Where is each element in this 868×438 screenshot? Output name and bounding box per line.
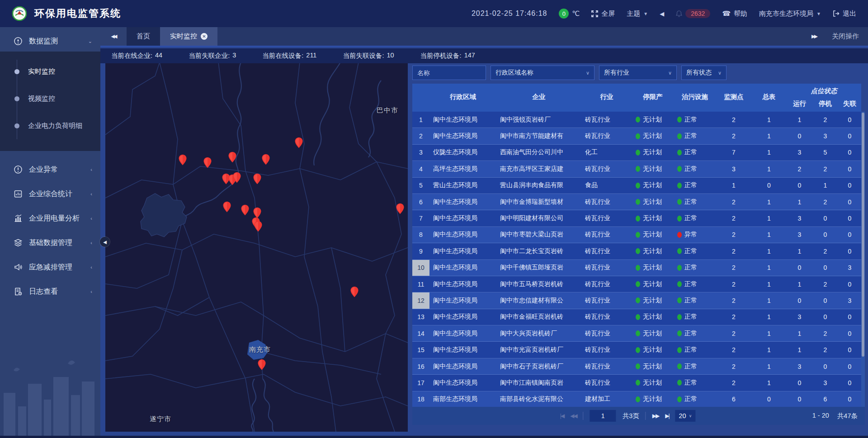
sidebar-item-power-analysis[interactable]: 企业用电量分析 ‹ bbox=[0, 206, 100, 231]
cell-stopped: 0 bbox=[812, 210, 838, 226]
cell-region: 阆中生态环境局 bbox=[429, 276, 496, 292]
notification-widget[interactable]: 2632 bbox=[676, 9, 710, 18]
org-dropdown[interactable]: 南充市生态环境局 ▼ bbox=[759, 9, 821, 18]
logout-button[interactable]: 退出 bbox=[833, 9, 856, 18]
facility-text: 正常 bbox=[684, 116, 697, 124]
facility-status-dot bbox=[677, 281, 682, 287]
city-label: 遂宁市 bbox=[150, 415, 171, 424]
help-button[interactable]: ☎ 帮助 bbox=[722, 9, 747, 18]
sidebar-item-base-data[interactable]: 基础数据管理 ‹ bbox=[0, 231, 100, 255]
cell-stopped: 2 bbox=[812, 342, 838, 358]
map-marker[interactable] bbox=[262, 154, 270, 165]
cell-industry: 砖瓦行业 bbox=[581, 292, 632, 308]
cell-company: 阆中强锐页岩砖厂 bbox=[496, 112, 581, 127]
table-row[interactable]: 2 阆中生态环境局 阆中市南方节能建材有 砖瓦行业 无计划 正常 2 1 0 3… bbox=[412, 128, 861, 144]
cell-region: 阆中生态环境局 bbox=[429, 243, 496, 259]
tabs-scroll-right-button[interactable]: ▶▶ bbox=[811, 33, 816, 39]
last-page-button[interactable]: ▶| bbox=[665, 413, 669, 419]
sidebar-item-video-monitor[interactable]: 视频监控 bbox=[0, 85, 100, 112]
table-row[interactable]: 17 阆中生态环境局 阆中市江南镇阆南页岩 砖瓦行业 无计划 正常 2 1 0 … bbox=[412, 375, 861, 391]
row-number-cell: 16 bbox=[412, 358, 429, 374]
map-marker[interactable] bbox=[233, 172, 241, 183]
table-row[interactable]: 4 高坪生态环境局 南充市高坪区王家店建 砖瓦行业 无计划 正常 3 1 2 2… bbox=[412, 161, 861, 177]
first-page-button[interactable]: |◀ bbox=[560, 413, 564, 419]
sidebar-item-company-abnormal[interactable]: 企业异常 ‹ bbox=[0, 157, 100, 182]
facility-text: 正常 bbox=[684, 181, 697, 189]
facility-status-dot bbox=[677, 363, 682, 369]
stop-text: 无计划 bbox=[643, 379, 662, 387]
cell-meter: 1 bbox=[751, 243, 787, 259]
page-size-select[interactable]: 20 ∨ bbox=[675, 410, 696, 422]
cell-run: 0 bbox=[787, 391, 812, 407]
table-row[interactable]: 3 仪陇生态环境局 西南油气田分公司川中 化工 无计划 正常 7 1 3 5 0 bbox=[412, 145, 861, 161]
stop-text: 无计划 bbox=[643, 346, 662, 354]
sidebar-item-emergency[interactable]: 应急减排管理 ‹ bbox=[0, 255, 100, 279]
table-row[interactable]: 11 阆中生态环境局 阆中市五马桥页岩机砖 砖瓦行业 无计划 正常 2 1 1 … bbox=[412, 276, 861, 292]
sidebar-item-data-monitor[interactable]: 数据监测 ⌄ bbox=[0, 31, 100, 52]
industry-select[interactable]: 所有行业 ∨ bbox=[599, 66, 677, 80]
table-row[interactable]: 7 阆中生态环境局 阆中明阳建材有限公司 砖瓦行业 无计划 正常 2 1 3 0… bbox=[412, 210, 861, 226]
table-row[interactable]: 12 阆中生态环境局 阆中市忠信建材有限公 砖瓦行业 无计划 正常 2 1 0 … bbox=[412, 292, 861, 309]
table-row[interactable]: 18 南部生态环境局 南部县砖化水泥有限公 建材加工 无计划 正常 6 0 0 … bbox=[412, 391, 861, 407]
sidebar-item-company-stats[interactable]: 企业综合统计 ‹ bbox=[0, 182, 100, 206]
sound-button[interactable]: ◀ bbox=[660, 10, 664, 17]
sidebar-collapse-toggle[interactable]: ◀ bbox=[100, 237, 110, 247]
table-row[interactable]: 8 阆中生态环境局 阆中市枣碧大梁山页岩 砖瓦行业 无计划 异常 2 1 3 0… bbox=[412, 227, 861, 243]
map-marker[interactable] bbox=[203, 157, 212, 168]
table-row[interactable]: 6 阆中生态环境局 阆中市金博瑞新型墙材 砖瓦行业 无计划 正常 2 1 1 2… bbox=[412, 194, 861, 210]
close-operations-button[interactable]: 关闭操作 bbox=[832, 32, 859, 41]
map-marker[interactable] bbox=[179, 155, 187, 165]
sidebar-item-power-load-detail[interactable]: 企业电力负荷明细 bbox=[0, 112, 100, 139]
cell-industry: 食品 bbox=[581, 178, 632, 193]
row-num: 7 bbox=[412, 210, 429, 226]
stop-text: 无计划 bbox=[643, 231, 662, 239]
table-row[interactable]: 9 阆中生态环境局 阆中市二龙长宝页岩砖 砖瓦行业 无计划 正常 2 1 1 2… bbox=[412, 243, 861, 259]
theme-dropdown[interactable]: 主题 ▼ bbox=[627, 9, 648, 18]
map-marker[interactable] bbox=[223, 202, 231, 212]
facility-status-dot bbox=[677, 133, 682, 139]
sidebar-item-logs[interactable]: 日志查看 ‹ bbox=[0, 279, 100, 304]
tab-home[interactable]: 首页 bbox=[127, 27, 160, 46]
map-marker[interactable] bbox=[253, 207, 261, 218]
table-row[interactable]: 10 阆中生态环境局 阆中千佛镇五郎垭页岩 砖瓦行业 无计划 正常 2 1 0 … bbox=[412, 260, 861, 276]
cell-monitor: 2 bbox=[716, 325, 751, 341]
cell-company: 阆中明阳建材有限公司 bbox=[496, 210, 581, 226]
next-page-button[interactable]: ▶▶ bbox=[652, 413, 659, 419]
stop-text: 无计划 bbox=[643, 148, 662, 156]
map-marker[interactable] bbox=[253, 174, 261, 184]
page-number-input[interactable] bbox=[590, 410, 616, 422]
sidebar-item-realtime-monitor[interactable]: 实时监控 bbox=[0, 58, 100, 85]
header-rownum bbox=[412, 84, 429, 112]
name-search-input[interactable] bbox=[412, 66, 486, 80]
map-marker[interactable] bbox=[258, 359, 266, 370]
table-row[interactable]: 1 阆中生态环境局 阆中强锐页岩砖厂 砖瓦行业 无计划 正常 2 1 1 2 0 bbox=[412, 112, 861, 128]
prev-page-button[interactable]: ◀◀ bbox=[570, 413, 576, 419]
fullscreen-button[interactable]: 全屏 bbox=[591, 9, 615, 18]
tabs-scroll-left-button[interactable]: ◀◀ bbox=[100, 27, 127, 46]
map-marker[interactable] bbox=[228, 152, 236, 163]
table-row[interactable]: 13 阆中生态环境局 阆中市金福旺页岩机砖 砖瓦行业 无计划 正常 2 1 3 … bbox=[412, 309, 861, 325]
chevron-down-icon: ▼ bbox=[816, 11, 821, 16]
cell-facility: 正常 bbox=[674, 309, 716, 325]
table-row[interactable]: 15 阆中生态环境局 阆中市光富页岩机砖厂 砖瓦行业 无计划 正常 2 1 1 … bbox=[412, 342, 861, 358]
tab-realtime-monitor[interactable]: 实时监控 ✕ bbox=[160, 27, 217, 46]
tab-close-icon[interactable]: ✕ bbox=[201, 33, 208, 40]
map-marker[interactable] bbox=[396, 203, 404, 214]
table-scrollbar[interactable] bbox=[861, 112, 865, 407]
status-select[interactable]: 所有状态 ∨ bbox=[681, 66, 726, 80]
scrollbar-thumb[interactable] bbox=[862, 113, 864, 357]
table-row[interactable]: 16 阆中生态环境局 阆中市石子页岩机砖厂 砖瓦行业 无计划 正常 2 1 3 … bbox=[412, 358, 861, 375]
table-row[interactable]: 14 阆中生态环境局 阆中大兴页岩机砖厂 砖瓦行业 无计划 正常 2 1 1 2… bbox=[412, 325, 861, 342]
table-row[interactable]: 5 营山生态环境局 营山县润丰肉食品有限 食品 无计划 正常 1 0 0 1 0 bbox=[412, 178, 861, 194]
map-marker[interactable] bbox=[254, 221, 262, 232]
map-marker[interactable] bbox=[350, 287, 359, 297]
cell-industry: 建材加工 bbox=[581, 391, 632, 407]
map-marker[interactable] bbox=[295, 137, 303, 148]
facility-status-dot bbox=[677, 232, 682, 238]
map-panel[interactable]: 巴中市南充市遂宁市 bbox=[105, 62, 408, 432]
map-marker[interactable] bbox=[241, 205, 249, 216]
region-select[interactable]: 行政区域名称 ∨ bbox=[491, 66, 594, 80]
facility-text: 正常 bbox=[684, 148, 697, 156]
cell-stopped: 3 bbox=[812, 375, 838, 391]
facility-text: 异常 bbox=[684, 231, 697, 239]
